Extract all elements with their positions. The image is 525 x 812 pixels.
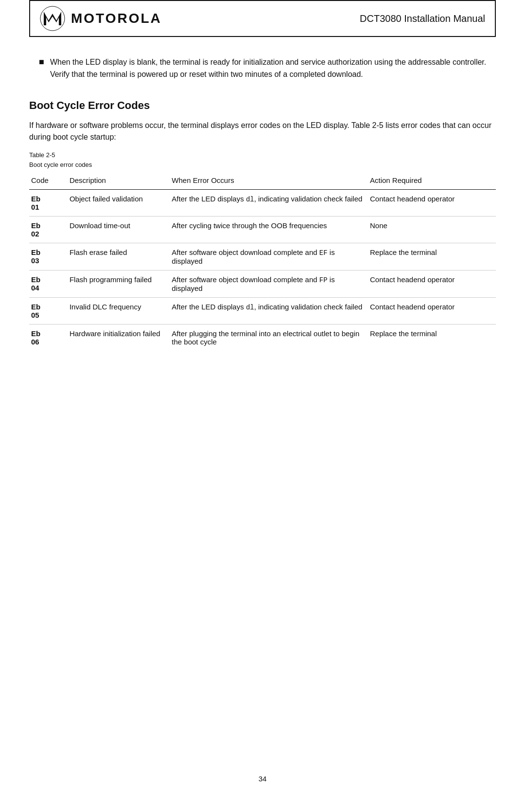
cell-action-5: Replace the terminal <box>368 325 496 351</box>
col-header-description: Description <box>68 173 170 190</box>
table-row: Eb04Flash programming failedAfter softwa… <box>29 271 496 298</box>
table-row: Eb01Object failed validationAfter the LE… <box>29 190 496 217</box>
table-row: Eb03Flash erase failedAfter software obj… <box>29 243 496 271</box>
table-header-row: Code Description When Error Occurs Actio… <box>29 173 496 190</box>
page-number: 34 <box>29 760 496 783</box>
cell-action-0: Contact headend operator <box>368 190 496 217</box>
cell-action-4: Contact headend operator <box>368 298 496 325</box>
cell-when-5: After plugging the terminal into an elec… <box>170 325 368 351</box>
cell-when-1: After cycling twice through the OOB freq… <box>170 217 368 243</box>
table-caption: Table 2-5 Boot cycle error codes <box>29 150 496 169</box>
cell-code-5: Eb06 <box>29 325 68 351</box>
bullet-text: When the LED display is blank, the termi… <box>50 56 496 81</box>
cell-when-0: After the LED displays dl, indicating va… <box>170 190 368 217</box>
table-row: Eb06Hardware initialization failedAfter … <box>29 325 496 351</box>
cell-description-3: Flash programming failed <box>68 271 170 298</box>
intro-paragraph: If hardware or software problems occur, … <box>29 120 496 144</box>
section-heading: Boot Cycle Error Codes <box>29 99 496 112</box>
table-row: Eb05Invalid DLC frequencyAfter the LED d… <box>29 298 496 325</box>
cell-when-2: After software object download complete … <box>170 243 368 271</box>
col-header-when: When Error Occurs <box>170 173 368 190</box>
page-header: MOTOROLA DCT3080 Installation Manual <box>29 0 496 37</box>
cell-description-2: Flash erase failed <box>68 243 170 271</box>
col-header-code: Code <box>29 173 68 190</box>
cell-code-0: Eb01 <box>29 190 68 217</box>
cell-code-2: Eb03 <box>29 243 68 271</box>
logo-area: MOTOROLA <box>40 6 162 31</box>
cell-code-4: Eb05 <box>29 298 68 325</box>
page: MOTOROLA DCT3080 Installation Manual ■ W… <box>0 0 525 812</box>
table-caption-line2: Boot cycle error codes <box>29 160 496 170</box>
cell-when-4: After the LED displays dl, indicating va… <box>170 298 368 325</box>
cell-description-1: Download time-out <box>68 217 170 243</box>
table-row: Eb02Download time-outAfter cycling twice… <box>29 217 496 243</box>
cell-action-3: Contact headend operator <box>368 271 496 298</box>
cell-description-0: Object failed validation <box>68 190 170 217</box>
cell-action-2: Replace the terminal <box>368 243 496 271</box>
cell-action-1: None <box>368 217 496 243</box>
cell-description-4: Invalid DLC frequency <box>68 298 170 325</box>
motorola-wordmark: MOTOROLA <box>71 11 162 26</box>
cell-code-3: Eb04 <box>29 271 68 298</box>
cell-description-5: Hardware initialization failed <box>68 325 170 351</box>
col-header-action: Action Required <box>368 173 496 190</box>
bullet-section: ■ When the LED display is blank, the ter… <box>29 56 496 81</box>
header-title: DCT3080 Installation Manual <box>360 13 485 24</box>
cell-code-1: Eb02 <box>29 217 68 243</box>
cell-when-3: After software object download complete … <box>170 271 368 298</box>
bullet-item: ■ When the LED display is blank, the ter… <box>39 56 496 81</box>
error-table: Code Description When Error Occurs Actio… <box>29 173 496 351</box>
bullet-icon: ■ <box>39 57 44 81</box>
table-caption-line1: Table 2-5 <box>29 150 496 160</box>
motorola-m-icon <box>40 6 65 31</box>
